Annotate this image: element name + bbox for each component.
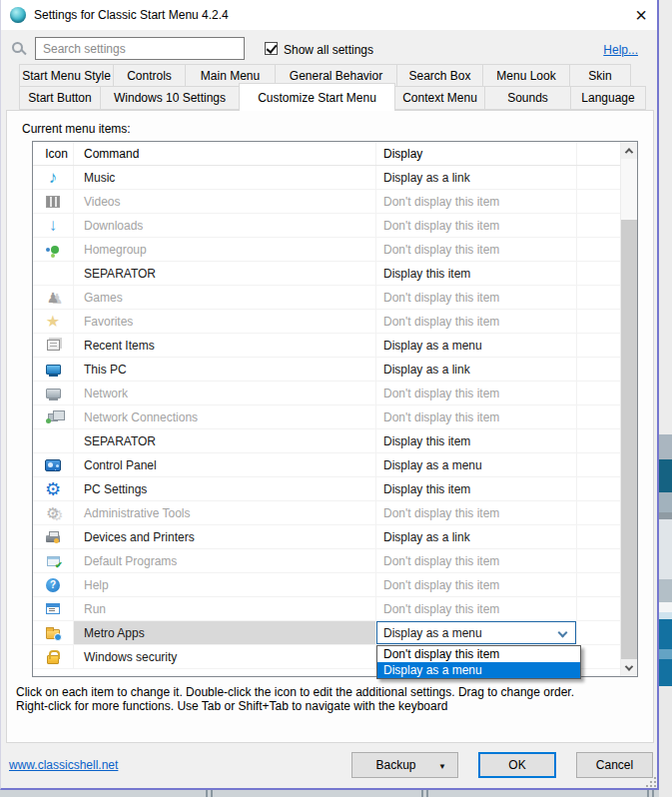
table-row[interactable]: Control Panel Display as a menu <box>33 453 620 477</box>
tab-sounds[interactable]: Sounds <box>484 86 571 110</box>
item-icon-cell <box>33 286 74 309</box>
table-row[interactable]: Favorites Don't display this item <box>33 310 620 334</box>
table-row[interactable]: PC Settings Display this item <box>33 477 620 501</box>
scrollbar-down-button[interactable] <box>621 659 637 676</box>
show-all-settings-checkbox[interactable] <box>265 42 278 55</box>
help-link[interactable]: Help... <box>603 43 638 57</box>
scrollbar-thumb[interactable] <box>621 220 637 659</box>
classicshell-website-link[interactable]: www.classicshell.net <box>9 758 118 772</box>
tab-row-2: Start ButtonWindows 10 SettingsCustomize… <box>19 86 646 110</box>
item-display-value[interactable]: Don't display this item <box>376 286 577 309</box>
item-display-value[interactable]: Display as a menu <box>376 334 577 357</box>
display-mode-combobox[interactable]: Display as a menu <box>376 621 576 644</box>
item-display-value[interactable]: Display as a menu <box>376 453 577 476</box>
item-icon-cell <box>33 358 74 381</box>
table-row[interactable]: Metro Apps Display as a menu <box>33 621 620 645</box>
item-filler-cell <box>577 286 620 309</box>
item-command: Run <box>74 597 376 620</box>
item-command: PC Settings <box>74 477 376 500</box>
item-command: Recent Items <box>74 334 376 357</box>
item-display-value[interactable]: Display as a link <box>376 525 577 548</box>
vertical-scrollbar[interactable] <box>620 142 637 676</box>
item-icon-cell <box>33 405 74 428</box>
table-row[interactable]: Homegroup Don't display this item <box>33 238 620 262</box>
item-display-value[interactable]: Display this item <box>376 429 577 452</box>
item-display-value[interactable]: Don't display this item <box>376 190 577 213</box>
backup-button[interactable]: Backup ▼ <box>351 752 458 778</box>
tab-context-menu[interactable]: Context Menu <box>394 86 485 110</box>
table-row[interactable]: Administrative Tools Don't display this … <box>33 501 620 525</box>
item-filler-cell <box>577 477 620 500</box>
table-row[interactable]: Network Connections Don't display this i… <box>33 405 620 429</box>
search-icon <box>12 42 23 53</box>
table-row[interactable]: Default Programs Don't display this item <box>33 549 620 573</box>
tab-customize-start-menu[interactable]: Customize Start Menu <box>239 83 395 111</box>
scrollbar-up-button[interactable] <box>621 142 637 159</box>
chevron-down-icon <box>625 662 633 670</box>
table-row[interactable]: SEPARATOR Display this item <box>33 262 620 286</box>
videos-icon <box>46 196 60 208</box>
tab-language[interactable]: Language <box>570 86 646 110</box>
table-row[interactable]: SEPARATOR Display this item <box>33 429 620 453</box>
item-command: Videos <box>74 190 376 213</box>
search-input[interactable] <box>35 37 245 60</box>
dropdown-option[interactable]: Display as a menu <box>377 662 580 678</box>
ok-button[interactable]: OK <box>478 752 556 778</box>
item-icon-cell <box>33 214 74 237</box>
hint-text-line1: Click on each item to change it. Double-… <box>16 685 647 699</box>
item-display-value[interactable]: Don't display this item <box>376 238 577 261</box>
item-display-value[interactable]: Don't display this item <box>376 214 577 237</box>
run-icon <box>46 603 60 614</box>
this-pc-icon <box>46 365 61 375</box>
chevron-down-icon <box>558 628 568 638</box>
tab-start-button[interactable]: Start Button <box>19 86 101 110</box>
tab-windows-10-settings[interactable]: Windows 10 Settings <box>100 86 240 110</box>
table-row[interactable]: Videos Don't display this item <box>33 190 620 214</box>
tab-menu-look[interactable]: Menu Look <box>482 64 570 87</box>
item-display-value[interactable]: Don't display this item <box>376 573 577 596</box>
item-display-value[interactable]: Display as a link <box>376 166 577 189</box>
item-display-value[interactable]: Display as a link <box>376 358 577 381</box>
item-icon-cell <box>33 477 74 500</box>
downloads-icon <box>49 217 58 234</box>
item-display-value[interactable]: Don't display this item <box>376 310 577 333</box>
item-display-value[interactable]: Don't display this item <box>376 382 577 404</box>
table-row[interactable]: Music Display as a link <box>33 166 620 190</box>
item-command: SEPARATOR <box>74 429 376 452</box>
item-filler-cell <box>577 166 620 189</box>
item-display-value[interactable]: Display this item <box>376 477 577 500</box>
close-icon[interactable]: × <box>625 0 657 29</box>
administrative-tools-icon <box>46 505 59 520</box>
item-command: Downloads <box>74 214 376 237</box>
tab-skin[interactable]: Skin <box>569 64 631 87</box>
item-icon-cell <box>33 262 74 285</box>
cancel-button[interactable]: Cancel <box>576 752 653 778</box>
item-filler-cell <box>577 334 620 357</box>
item-display-value[interactable]: Don't display this item <box>376 405 577 428</box>
item-display-value[interactable]: Display this item <box>376 262 577 285</box>
item-command: Windows security <box>74 645 376 668</box>
table-row[interactable]: Network Don't display this item <box>33 382 620 405</box>
tab-start-menu-style[interactable]: Start Menu Style <box>19 64 114 87</box>
table-row[interactable]: Help Don't display this item <box>33 573 620 597</box>
item-display-value[interactable]: Don't display this item <box>376 501 577 524</box>
table-row[interactable]: Games Don't display this item <box>33 286 620 310</box>
item-command: This PC <box>74 358 376 381</box>
item-filler-cell <box>577 190 620 213</box>
tab-search-box[interactable]: Search Box <box>396 64 483 87</box>
tab-controls[interactable]: Controls <box>113 64 186 87</box>
table-row[interactable]: Recent Items Display as a menu <box>33 334 620 358</box>
item-display-value[interactable]: Don't display this item <box>376 597 577 620</box>
item-filler-cell <box>577 429 620 452</box>
item-icon-cell <box>33 310 74 333</box>
item-display-value[interactable]: Don't display this item <box>376 549 577 572</box>
table-row[interactable]: Devices and Printers Display as a link <box>33 525 620 549</box>
table-row[interactable]: This PC Display as a link <box>33 358 620 382</box>
resize-grip[interactable] <box>650 781 652 783</box>
dropdown-option[interactable]: Don't display this item <box>377 646 580 662</box>
item-filler-cell <box>577 597 620 620</box>
item-display-value[interactable]: Display as a menu <box>376 621 577 644</box>
table-row[interactable]: Downloads Don't display this item <box>33 214 620 238</box>
table-row[interactable]: Run Don't display this item <box>33 597 620 621</box>
default-programs-icon <box>47 556 60 566</box>
